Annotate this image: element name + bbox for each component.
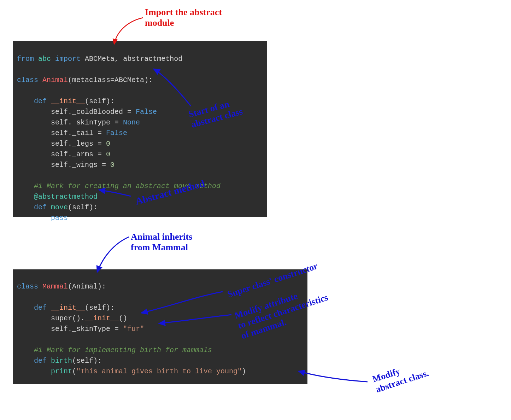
annotation-modify-abstract: Modifyabstract class. <box>371 358 430 395</box>
init2: __init__ <box>51 304 85 312</box>
colon: : <box>148 76 153 84</box>
kw-from: from <box>17 55 34 63</box>
init-call: __init__ <box>85 314 119 322</box>
code-block-abstract-class: from abc import ABCMeta, abstractmethod … <box>13 41 267 217</box>
cls-animal: Animal <box>42 76 68 84</box>
skin-line: self._skinType = <box>51 325 123 333</box>
id-abcmeta2: ABCMeta <box>114 76 144 84</box>
zero2: 0 <box>106 150 110 158</box>
line-legs: self._legs = <box>51 140 106 148</box>
arrow-inherits <box>97 237 129 272</box>
arrow-import <box>114 18 143 44</box>
init: __init__ <box>51 97 85 105</box>
kw-def: def <box>34 97 47 105</box>
comment-birth: #1 Mark for implementing birth for mamma… <box>34 346 212 354</box>
self3: self <box>89 304 106 312</box>
zero3: 0 <box>110 161 114 169</box>
eq: = <box>110 76 114 84</box>
line-wings: self._wings = <box>51 161 110 169</box>
fn-print: print <box>51 367 72 375</box>
false2: False <box>106 129 127 137</box>
kw-class2: class <box>17 282 38 291</box>
self: self <box>89 97 106 105</box>
comma: , <box>114 55 123 63</box>
self2: self <box>72 203 89 211</box>
super-call: super <box>51 314 72 322</box>
base-animal: Animal <box>72 282 98 291</box>
false: False <box>136 108 157 116</box>
line-arms: self._arms = <box>51 150 106 158</box>
kw-def3: def <box>34 304 47 312</box>
annotation-animal-inherits: Animal inheritsfrom Mammal <box>131 232 192 253</box>
str-birth-msg: "This animal gives birth to live young" <box>76 367 242 375</box>
fn-move: move <box>51 203 68 211</box>
id-abcmeta: ABCMeta <box>85 55 114 63</box>
kw-metaclass: metaclass <box>72 76 110 84</box>
self4: self <box>76 357 93 365</box>
arrow-modify-abstract <box>299 371 368 382</box>
annotation-import-abstract: Import the abstractmodule <box>145 7 222 28</box>
line-cold: self._coldBlooded = <box>51 108 136 116</box>
decorator-abstractmethod: @abstractmethod <box>34 193 98 201</box>
kw-import: import <box>55 55 81 63</box>
zero1: 0 <box>106 140 110 148</box>
dot: . <box>81 314 85 322</box>
str-fur: "fur" <box>123 325 144 333</box>
mod-abc: abc <box>38 55 51 63</box>
id-abstractmethod: abstractmethod <box>123 55 182 63</box>
kw-def4: def <box>34 357 47 365</box>
line-skin: self._skinType = <box>51 118 123 127</box>
kw-pass: pass <box>51 214 68 222</box>
cls-mammal: Mammal <box>42 282 68 291</box>
kw-class: class <box>17 76 38 84</box>
line-tail: self._tail = <box>51 129 106 137</box>
fn-birth: birth <box>51 357 72 365</box>
none: None <box>123 118 140 127</box>
kw-def2: def <box>34 203 47 211</box>
